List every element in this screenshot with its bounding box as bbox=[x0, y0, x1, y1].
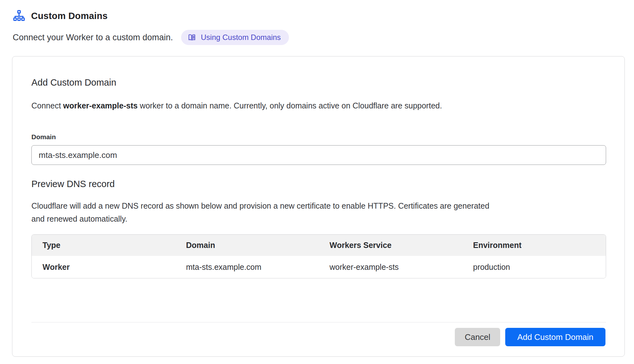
page-subheader: Connect your Worker to a custom domain. … bbox=[13, 30, 622, 45]
cell-domain: mta-sts.example.com bbox=[175, 263, 319, 272]
dns-preview-table: Type Domain Workers Service Environment … bbox=[31, 234, 606, 278]
open-book-icon bbox=[187, 33, 196, 42]
intro-prefix: Connect bbox=[31, 101, 63, 110]
cell-workers-service: worker-example-sts bbox=[319, 263, 462, 272]
column-header-domain: Domain bbox=[175, 241, 319, 250]
page-header: Custom Domains bbox=[13, 10, 622, 22]
sitemap-icon bbox=[13, 10, 25, 22]
page-subtitle: Connect your Worker to a custom domain. bbox=[13, 33, 173, 42]
card-heading: Add Custom Domain bbox=[31, 77, 605, 88]
preview-dns-description: Cloudflare will add a new DNS record as … bbox=[31, 199, 491, 225]
preview-dns-heading: Preview DNS record bbox=[31, 179, 605, 189]
intro-suffix: worker to a domain name. Currently, only… bbox=[138, 101, 442, 110]
column-header-type: Type bbox=[32, 241, 175, 250]
footer-divider bbox=[31, 322, 606, 322]
cell-type: Worker bbox=[32, 263, 175, 272]
add-custom-domain-button[interactable]: Add Custom Domain bbox=[505, 328, 605, 346]
cell-environment: production bbox=[462, 263, 606, 272]
page-title: Custom Domains bbox=[31, 11, 108, 21]
docs-link-label[interactable]: Using Custom Domains bbox=[201, 33, 281, 42]
worker-name: worker-example-sts bbox=[63, 101, 138, 110]
docs-link-badge[interactable]: Using Custom Domains bbox=[181, 30, 289, 45]
custom-domains-page: Custom Domains Connect your Worker to a … bbox=[0, 0, 634, 357]
column-header-environment: Environment bbox=[462, 241, 606, 250]
table-header-row: Type Domain Workers Service Environment bbox=[32, 235, 606, 256]
add-custom-domain-card: Add Custom Domain Connect worker-example… bbox=[12, 56, 625, 357]
card-intro-text: Connect worker-example-sts worker to a d… bbox=[31, 101, 605, 110]
card-actions: Cancel Add Custom Domain bbox=[31, 328, 605, 346]
table-row: Worker mta-sts.example.com worker-exampl… bbox=[32, 256, 606, 278]
domain-field-label: Domain bbox=[31, 133, 605, 141]
column-header-workers-service: Workers Service bbox=[319, 241, 462, 250]
cancel-button[interactable]: Cancel bbox=[455, 328, 500, 346]
domain-input[interactable] bbox=[31, 145, 606, 165]
